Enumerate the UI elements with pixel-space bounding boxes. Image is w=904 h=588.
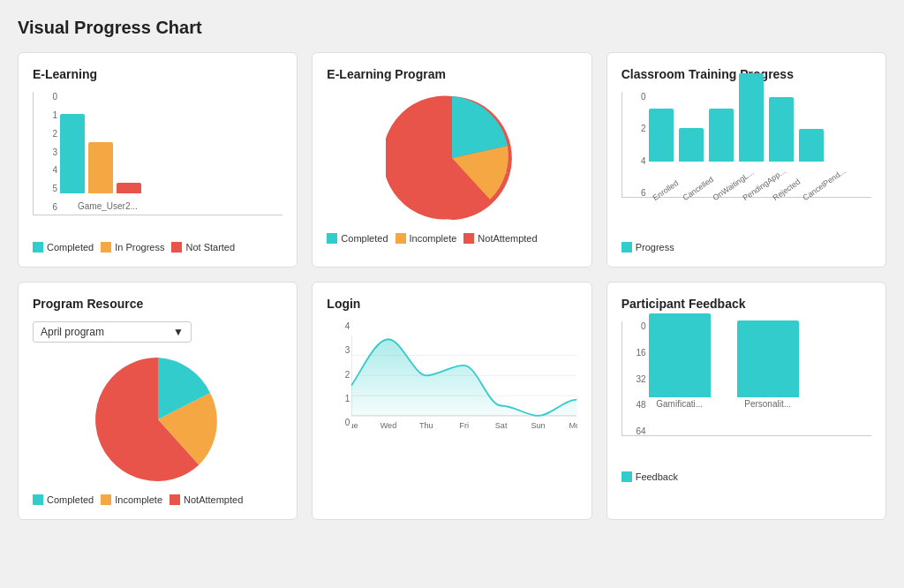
elearning-x-label: Game_User2... <box>78 201 138 211</box>
x-label-rejected: Rejected <box>771 181 796 202</box>
program-resource-title: Program Resource <box>33 297 282 311</box>
notstarted-dot <box>171 242 182 253</box>
classroom-card: Classroom Training Progress 6 4 2 0 Enro… <box>606 52 886 268</box>
pr-completed-label: Completed <box>47 494 94 505</box>
ep-completed-label: Completed <box>341 233 388 244</box>
elearning-title: E-Learning <box>33 67 282 81</box>
elearning-program-card: E-Learning Program Completed <box>312 52 591 268</box>
ep-completed-dot <box>327 233 337 244</box>
x-label-pending: PendingApp... <box>741 181 766 202</box>
feedback-label-personality: Personalit... <box>744 399 791 409</box>
classroom-bar-rejected <box>769 97 794 162</box>
elearning-program-pie <box>386 92 518 224</box>
chevron-down-icon: ▼ <box>173 326 184 338</box>
elearning-program-title: E-Learning Program <box>327 67 576 81</box>
inprogress-dot <box>101 242 111 253</box>
notstarted-label: Not Started <box>185 242 235 253</box>
classroom-bar-enrolled <box>649 109 674 162</box>
participant-feedback-card: Participant Feedback 64 48 32 16 0 Gamif… <box>606 282 886 520</box>
classroom-legend: Progress <box>622 242 871 253</box>
classroom-bar-cancelpend <box>799 129 824 162</box>
pr-incomplete-dot <box>101 494 111 505</box>
elearning-legend: Completed In Progress Not Started <box>33 242 282 253</box>
elearning-program-pie-container <box>327 92 576 224</box>
elearning-chart-container: 6 5 4 3 2 1 0 Game_User2... <box>33 92 282 233</box>
elearning-program-legend: Completed Incomplete NotAttempted <box>327 233 576 244</box>
svg-text:Mon: Mon <box>569 421 577 430</box>
login-title: Login <box>327 297 576 311</box>
classroom-progress-dot <box>622 242 632 253</box>
classroom-bar-pending <box>739 73 764 162</box>
participant-feedback-title: Participant Feedback <box>622 297 871 311</box>
svg-text:Thu: Thu <box>419 421 433 430</box>
ep-legend-completed: Completed <box>327 233 388 244</box>
ep-legend-incomplete: Incomplete <box>396 233 457 244</box>
classroom-progress-label: Progress <box>636 242 674 253</box>
ep-legend-notattempted: NotAttempted <box>463 233 537 244</box>
svg-text:Sat: Sat <box>495 421 508 430</box>
x-label-cancelpend: CancelPend... <box>801 181 826 202</box>
program-resource-pie-container <box>33 353 282 486</box>
pr-notattempted-label: NotAttempted <box>184 494 243 505</box>
elearning-card: E-Learning 6 5 4 3 2 1 0 Game_User2... <box>18 52 298 268</box>
ep-notattempted-label: NotAttempted <box>478 233 537 244</box>
pr-legend-notattempted: NotAttempted <box>170 494 243 505</box>
login-y-axis: 0 1 2 3 4 <box>327 321 350 427</box>
legend-completed: Completed <box>33 242 94 253</box>
login-chart-container: 0 1 2 3 4 <box>327 321 576 456</box>
feedback-group-personality: Personalit... <box>737 320 799 409</box>
ep-incomplete-dot <box>396 233 406 244</box>
pr-notattempted-dot <box>170 494 180 505</box>
feedback-bar-personality <box>737 320 799 397</box>
classroom-bar-cancelled <box>679 128 704 162</box>
program-resource-pie <box>92 353 224 486</box>
program-resource-card: Program Resource April program ▼ Complet… <box>18 282 298 520</box>
classroom-bar-waiting <box>709 109 734 162</box>
classroom-x-labels: Enrolled Cancelled OnWaitingL... Pending… <box>649 188 824 197</box>
elearning-bar-chart: Game_User2... <box>33 92 282 215</box>
program-resource-legend: Completed Incomplete NotAttempted <box>33 494 282 505</box>
elearning-bar-notstarted <box>117 183 141 193</box>
page-title: Visual Progress Chart <box>18 18 886 38</box>
dashboard-grid: E-Learning 6 5 4 3 2 1 0 Game_User2... <box>18 52 886 520</box>
feedback-label-gamification: Gamificati... <box>656 399 703 409</box>
feedback-chart-container: 64 48 32 16 0 Gamificati... Personalit..… <box>622 321 871 463</box>
ep-incomplete-label: Incomplete <box>410 233 457 244</box>
feedback-bar-chart: Gamificati... Personalit... <box>622 321 871 436</box>
classroom-chart-container: 6 4 2 0 Enrolled Cancelled OnWaitingL...… <box>622 92 871 233</box>
feedback-label: Feedback <box>636 471 678 482</box>
pr-completed-dot <box>33 494 43 505</box>
login-card: Login 0 1 2 3 4 <box>312 282 591 520</box>
x-label-cancelled: Cancelled <box>681 181 706 202</box>
svg-text:Wed: Wed <box>380 421 397 430</box>
classroom-legend-progress: Progress <box>622 242 674 253</box>
pr-legend-completed: Completed <box>33 494 94 505</box>
completed-label: Completed <box>47 242 94 253</box>
ep-notattempted-dot <box>463 233 474 244</box>
elearning-bar-inprogress <box>88 142 113 193</box>
program-resource-dropdown[interactable]: April program ▼ <box>33 321 192 343</box>
svg-text:Fri: Fri <box>460 421 470 430</box>
pr-legend-incomplete: Incomplete <box>101 494 162 505</box>
svg-text:Sun: Sun <box>531 421 546 430</box>
login-line-chart: Tue Wed Thu Fri Sat Sun Mon <box>351 321 576 454</box>
x-label-enrolled: Enrolled <box>651 181 676 202</box>
dropdown-value: April program <box>41 326 104 338</box>
legend-inprogress: In Progress <box>101 242 164 253</box>
x-label-waiting: OnWaitingL... <box>711 181 736 202</box>
feedback-legend: Feedback <box>622 471 871 482</box>
feedback-legend-item: Feedback <box>622 471 678 482</box>
feedback-dot <box>622 471 632 482</box>
elearning-bar-completed <box>60 114 85 193</box>
pr-incomplete-label: Incomplete <box>115 494 162 505</box>
inprogress-label: In Progress <box>115 242 164 253</box>
feedback-group-gamification: Gamificati... <box>649 313 711 409</box>
elearning-bar-group <box>60 114 141 193</box>
completed-dot <box>33 242 43 253</box>
legend-notstarted: Not Started <box>171 242 235 253</box>
svg-text:Tue: Tue <box>351 421 358 430</box>
feedback-bar-gamification <box>649 313 711 397</box>
classroom-bar-chart: Enrolled Cancelled OnWaitingL... Pending… <box>622 92 871 198</box>
